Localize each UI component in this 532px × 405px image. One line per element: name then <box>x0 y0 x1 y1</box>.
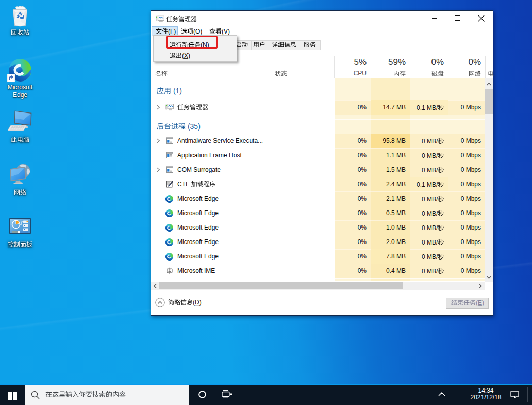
svg-text:0.1 MB/: 0.1 MB/ <box>417 181 438 188</box>
svg-text:0 MB/: 0 MB/ <box>422 152 438 159</box>
svg-text:0.1 MB/: 0.1 MB/ <box>417 104 438 111</box>
svg-text:CTF: CTF <box>177 181 189 188</box>
svg-text:0 MB/: 0 MB/ <box>422 239 438 246</box>
svg-text:(1): (1) <box>173 87 182 95</box>
svg-text:0 MB/: 0 MB/ <box>422 253 438 261</box>
svg-text:(D): (D) <box>193 299 202 306</box>
svg-text:(E): (E) <box>476 299 484 306</box>
svg-text:(V): (V) <box>222 28 230 35</box>
svg-text:0 MB/: 0 MB/ <box>422 167 438 174</box>
svg-text:0 MB/: 0 MB/ <box>422 196 438 203</box>
svg-text:0 MB/: 0 MB/ <box>422 268 438 275</box>
svg-text:(35): (35) <box>188 122 201 131</box>
svg-text:0 MB/: 0 MB/ <box>422 224 438 232</box>
svg-text:(O): (O) <box>193 28 202 35</box>
svg-text:0 MB/: 0 MB/ <box>422 210 438 217</box>
svg-text:(F): (F) <box>168 28 176 35</box>
svg-text:(X): (X) <box>182 52 190 59</box>
svg-text:0 MB/: 0 MB/ <box>422 138 438 145</box>
